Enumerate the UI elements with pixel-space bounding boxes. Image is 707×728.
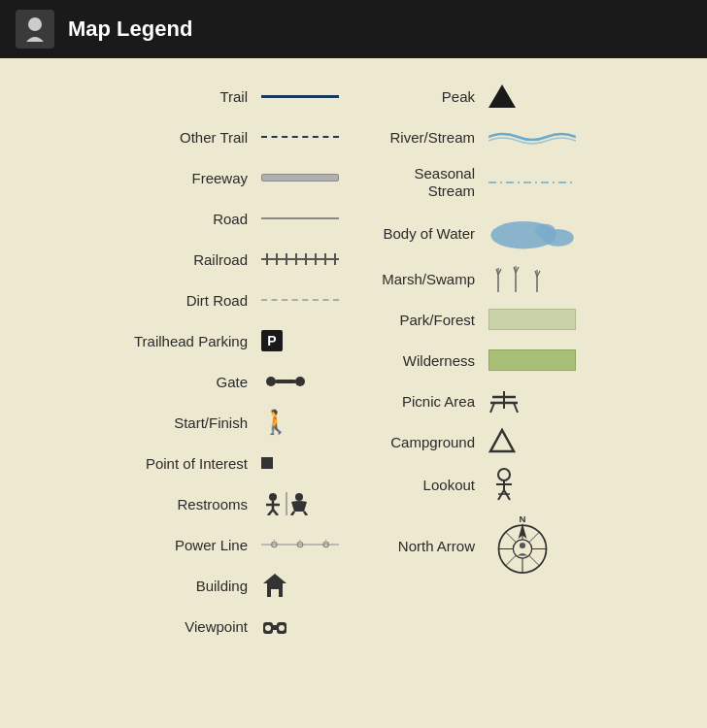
peak-triangle (488, 84, 516, 108)
lookout-label: Lookout (358, 477, 475, 493)
left-column: Trail Other Trail Freeway (19, 76, 349, 646)
svg-text:N: N (520, 513, 526, 524)
powerline-label: Power Line (175, 537, 248, 553)
freeway-symbol (261, 174, 349, 182)
building-label: Building (196, 578, 248, 594)
railroad-label: Railroad (193, 251, 248, 268)
viewpoint-symbol (261, 612, 349, 640)
freeway-line (261, 174, 339, 182)
header: Map Legend (0, 0, 707, 58)
poi-symbol (261, 457, 349, 469)
north-arrow-label: North Arrow (358, 538, 475, 554)
dirt-road-symbol (261, 299, 349, 301)
legend-body: Trail Other Trail Freeway (0, 58, 707, 728)
trail-label: Trail (219, 88, 248, 105)
hiker-icon: 🚶 (261, 409, 290, 436)
campground-row: Campground (358, 421, 688, 462)
app-icon (16, 10, 54, 49)
road-label: Road (213, 211, 248, 227)
trail-symbol (261, 95, 349, 98)
dirt-road-line (261, 299, 339, 301)
road-line (261, 217, 339, 219)
park-row: Park/Forest (358, 299, 688, 340)
restrooms-label: Restrooms (177, 496, 248, 513)
legend-columns: Trail Other Trail Freeway (19, 76, 688, 646)
lookout-symbol (488, 467, 586, 502)
powerline-row: Power Line (19, 524, 349, 565)
trail-line (261, 95, 339, 98)
seasonal-row: SeasonalStream (358, 157, 688, 208)
railroad-symbol (261, 250, 349, 268)
powerline-symbol (261, 536, 349, 553)
railroad-row: Railroad (19, 239, 349, 280)
gate-label: Gate (216, 374, 248, 390)
svg-line-56 (490, 403, 494, 413)
road-row: Road (19, 198, 349, 239)
parking-box: P (261, 330, 283, 351)
svg-point-0 (28, 17, 42, 31)
freeway-label: Freeway (191, 170, 248, 186)
river-label: River/Stream (358, 129, 475, 146)
svg-rect-31 (271, 589, 279, 597)
svg-point-36 (279, 625, 285, 631)
svg-point-59 (498, 469, 510, 480)
other-trail-row: Other Trail (19, 116, 349, 157)
other-trail-symbol (261, 136, 349, 138)
restrooms-row: Restrooms (19, 483, 349, 524)
parking-symbol: P (261, 330, 349, 351)
marsh-label: Marsh/Swamp (358, 271, 475, 287)
other-trail-label: Other Trail (180, 129, 248, 146)
north-arrow-symbol: N (488, 512, 586, 579)
picnic-symbol (488, 387, 586, 414)
svg-point-40 (535, 224, 556, 238)
building-row: Building (19, 565, 349, 606)
page-title: Map Legend (68, 17, 192, 42)
park-symbol (488, 309, 586, 330)
seasonal-symbol (488, 176, 586, 189)
river-symbol (488, 127, 586, 147)
restrooms-symbol (261, 492, 349, 515)
peak-label: Peak (358, 88, 475, 105)
svg-line-17 (273, 510, 278, 515)
campground-label: Campground (358, 434, 475, 450)
svg-line-62 (498, 490, 504, 500)
park-rectangle (488, 309, 576, 330)
water-label: Body of Water (358, 225, 475, 242)
freeway-row: Freeway (19, 157, 349, 198)
svg-rect-34 (272, 625, 278, 630)
viewpoint-row: Viewpoint (19, 606, 349, 646)
water-symbol (488, 214, 586, 252)
start-finish-label: Start/Finish (174, 414, 248, 431)
parking-label: Trailhead Parking (134, 333, 248, 349)
picnic-row: Picnic Area (358, 381, 688, 421)
svg-point-73 (520, 543, 525, 548)
poi-box (261, 457, 273, 469)
peak-symbol (488, 84, 586, 108)
wilderness-symbol (488, 349, 586, 371)
north-arrow-row: North Arrow N (358, 507, 688, 584)
building-symbol (261, 572, 349, 599)
picnic-label: Picnic Area (358, 393, 475, 410)
svg-point-19 (295, 493, 303, 501)
svg-line-57 (514, 403, 518, 413)
gate-row: Gate (19, 361, 349, 402)
svg-marker-58 (490, 430, 514, 451)
seasonal-label: SeasonalStream (358, 165, 475, 200)
water-row: Body of Water (358, 208, 688, 258)
svg-point-13 (269, 493, 277, 501)
svg-line-63 (504, 490, 510, 500)
poi-row: Point of Interest (19, 443, 349, 483)
park-label: Park/Forest (358, 312, 475, 328)
dirt-road-label: Dirt Road (186, 292, 248, 309)
lookout-row: Lookout (358, 462, 688, 507)
parking-row: Trailhead Parking P (19, 320, 349, 361)
svg-rect-11 (275, 380, 296, 383)
svg-point-12 (295, 377, 305, 386)
svg-line-20 (291, 512, 294, 515)
wilderness-label: Wilderness (358, 352, 475, 369)
poi-label: Point of Interest (146, 455, 248, 472)
road-symbol (261, 217, 349, 219)
marsh-symbol (488, 265, 586, 292)
peak-row: Peak (358, 76, 688, 116)
trail-row: Trail (19, 76, 349, 116)
